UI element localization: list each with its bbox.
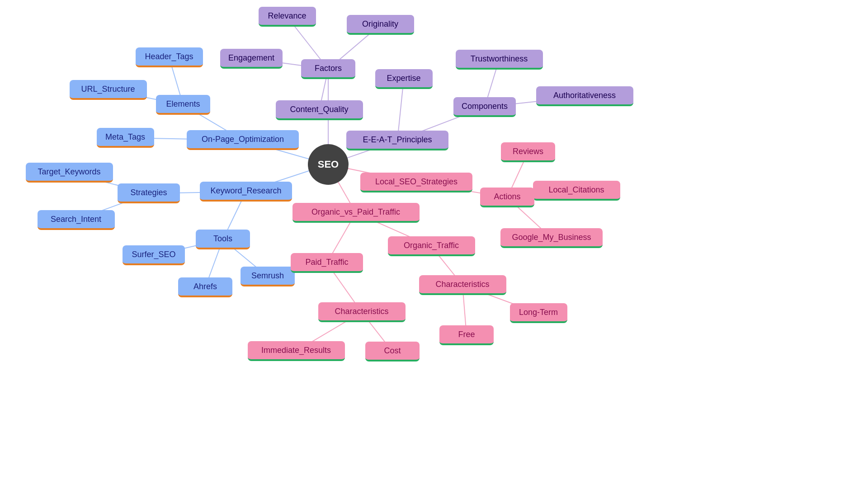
node-strategies: Strategies xyxy=(118,183,180,203)
node-expertise: Expertise xyxy=(375,69,433,89)
node-target_kw: Target_Keywords xyxy=(26,163,113,183)
node-local_citations: Local_Citations xyxy=(533,181,620,201)
node-reviews: Reviews xyxy=(501,142,555,162)
node-char_paid: Characteristics xyxy=(318,302,406,322)
node-ahrefs: Ahrefs xyxy=(178,277,232,297)
node-free: Free xyxy=(439,325,494,345)
node-kw_research: Keyword_Research xyxy=(200,182,292,202)
node-search_intent: Search_Intent xyxy=(38,210,115,230)
node-originality: Originality xyxy=(347,15,414,35)
node-long_term: Long-Term xyxy=(510,303,567,323)
node-actions: Actions xyxy=(480,188,534,207)
node-organic_traffic: Organic_Traffic xyxy=(388,236,475,256)
node-char_organic: Characteristics xyxy=(419,275,506,295)
node-google_my_business: Google_My_Business xyxy=(500,228,603,248)
node-local_seo: Local_SEO_Strategies xyxy=(360,173,472,192)
node-url_structure: URL_Structure xyxy=(70,80,147,100)
node-engagement: Engagement xyxy=(220,49,283,69)
node-eat: E-E-A-T_Principles xyxy=(346,131,448,150)
node-components: Components xyxy=(453,97,516,117)
node-authoritativeness: Authoritativeness xyxy=(536,86,633,106)
node-organic_vs_paid: Organic_vs_Paid_Traffic xyxy=(292,203,420,223)
node-relevance: Relevance xyxy=(259,7,316,27)
node-immediate_results: Immediate_Results xyxy=(248,341,345,361)
node-content_quality: Content_Quality xyxy=(276,100,363,120)
node-paid_traffic: Paid_Traffic xyxy=(291,253,363,273)
node-tools: Tools xyxy=(196,230,250,249)
node-seo: SEO xyxy=(308,144,349,185)
node-cost: Cost xyxy=(365,342,420,361)
node-elements: Elements xyxy=(156,95,210,115)
node-surfer_seo: Surfer_SEO xyxy=(123,245,185,265)
node-semrush: Semrush xyxy=(241,267,295,286)
node-factors: Factors xyxy=(301,59,355,79)
node-trustworthiness: Trustworthiness xyxy=(456,50,543,70)
node-on_page: On-Page_Optimization xyxy=(187,130,299,150)
node-meta_tags: Meta_Tags xyxy=(97,128,154,148)
node-header_tags: Header_Tags xyxy=(136,47,203,67)
